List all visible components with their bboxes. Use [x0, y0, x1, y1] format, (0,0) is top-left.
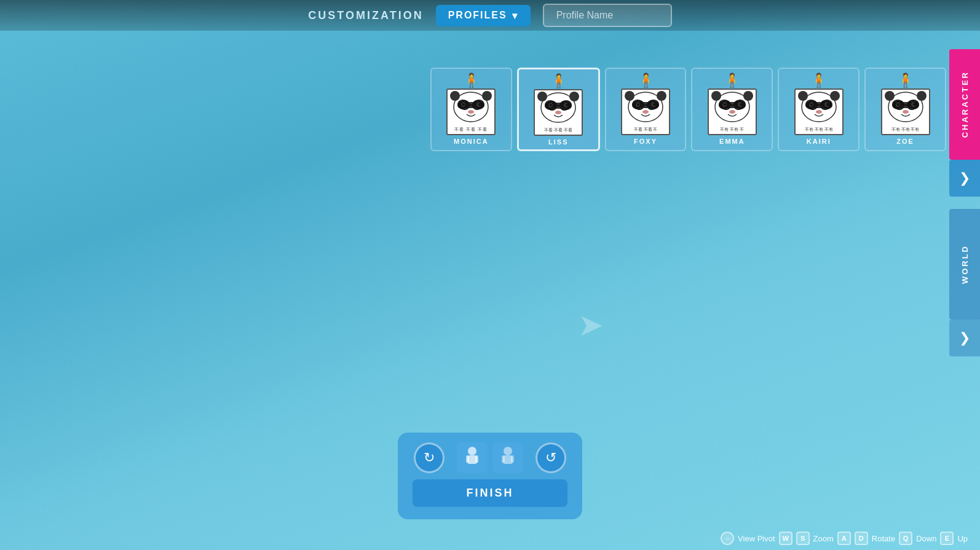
svg-point-13 — [468, 110, 474, 114]
hint-key-s: S — [796, 532, 810, 545]
svg-point-16 — [569, 92, 579, 101]
character-name-foxy: FOXY — [634, 138, 657, 145]
svg-point-41 — [642, 110, 649, 114]
customization-label: CUSTOMIZATION — [308, 9, 423, 22]
panda-text-emma: 不有 不有 不 — [720, 127, 744, 133]
svg-point-1 — [450, 91, 460, 101]
panda-text-foxy: 不看 不看 不 — [634, 127, 658, 133]
hint-label-rotate: Rotate — [872, 534, 895, 543]
body-back-icon[interactable] — [492, 442, 523, 473]
monica-figure: 🧍 — [435, 73, 507, 88]
character-grid: 🧍 — [430, 68, 946, 151]
character-card-kairi[interactable]: 🧍 不有 不有 不有 KAIRI — [778, 68, 859, 151]
zoe-figure: 🧍 — [869, 73, 941, 88]
tab-world[interactable]: WORLD — [949, 209, 980, 320]
svg-point-2 — [482, 91, 492, 101]
character-card-zoe[interactable]: 🧍 不有 不有 不有 ZOE — [864, 68, 946, 151]
hint-key-w: W — [779, 532, 792, 545]
tab-character[interactable]: CHARACTER — [949, 49, 980, 160]
panda-face-monica — [448, 91, 494, 127]
svg-point-69 — [816, 110, 822, 114]
svg-rect-87 — [475, 455, 478, 463]
hint-label-pivot: View Pivot — [738, 534, 775, 543]
panda-face-liss — [535, 92, 581, 127]
foxy-figure: 🧍 — [610, 73, 682, 88]
svg-point-29 — [625, 91, 634, 101]
hint-key-pivot: ○ — [721, 532, 734, 545]
panda-text-liss: 不看 不看 不看 — [544, 127, 572, 133]
character-card-foxy[interactable]: 🧍 不看 不看 不 FOXY — [605, 68, 687, 151]
svg-rect-86 — [466, 455, 469, 463]
character-card-monica[interactable]: 🧍 — [430, 68, 512, 151]
undo-button[interactable]: ↺ — [535, 442, 566, 473]
svg-point-84 — [468, 447, 476, 455]
center-cursor-arrow: ➤ — [578, 307, 604, 343]
svg-point-88 — [504, 447, 512, 455]
profiles-button[interactable]: PROFILES ▾ — [436, 5, 531, 26]
liss-figure: 🧍 — [523, 73, 595, 89]
svg-point-27 — [555, 111, 561, 114]
svg-point-55 — [729, 110, 735, 114]
panda-face-kairi — [796, 91, 842, 127]
character-name-zoe: ZOE — [896, 138, 914, 145]
body-front-icon[interactable] — [457, 442, 488, 473]
top-bar: CUSTOMIZATION PROFILES ▾ — [0, 0, 980, 31]
bottom-controls-panel: ↻ — [398, 433, 582, 519]
panda-face-zoe — [883, 91, 928, 127]
hint-bar: ○ View Pivot W S Zoom A D Rotate Q Down … — [708, 527, 980, 550]
svg-rect-90 — [502, 455, 505, 463]
panda-text-monica: 不看 不看 不看 — [454, 127, 488, 133]
hint-label-up: Up — [957, 534, 968, 543]
svg-point-83 — [903, 110, 909, 114]
kairi-figure: 🧍 — [783, 73, 855, 88]
view-icons — [457, 442, 523, 473]
hint-label-down: Down — [916, 534, 936, 543]
svg-rect-91 — [511, 455, 514, 463]
tab-world-chevron[interactable]: ❯ — [949, 320, 980, 356]
hint-key-a: A — [837, 532, 851, 545]
profile-name-input[interactable] — [543, 4, 672, 27]
emma-figure: 🧍 — [696, 73, 768, 88]
panda-face-foxy — [623, 91, 668, 127]
svg-point-72 — [917, 91, 927, 101]
hint-key-d: D — [855, 532, 868, 545]
panda-text-kairi: 不有 不有 不有 — [805, 127, 833, 133]
panda-face-emma — [709, 91, 755, 127]
svg-point-58 — [830, 91, 840, 101]
svg-point-71 — [885, 91, 895, 101]
hint-label-zoom: Zoom — [813, 534, 834, 543]
svg-point-15 — [537, 92, 547, 101]
svg-point-57 — [798, 91, 808, 101]
icon-row: ↻ — [414, 442, 566, 473]
character-name-emma: EMMA — [719, 138, 745, 145]
character-name-kairi: KAIRI — [807, 138, 831, 145]
hint-key-q: Q — [899, 532, 912, 545]
tab-character-chevron[interactable]: ❯ — [949, 160, 980, 197]
redo-button[interactable]: ↻ — [414, 442, 445, 473]
hint-key-e: E — [940, 532, 954, 545]
character-card-emma[interactable]: 🧍 不有 不有 不 EMMA — [691, 68, 773, 151]
finish-button[interactable]: FINISH — [413, 479, 567, 507]
svg-point-30 — [657, 91, 666, 101]
panda-text-zoe: 不有 不有 不有 — [891, 127, 920, 133]
svg-point-43 — [711, 91, 721, 101]
svg-point-44 — [743, 91, 753, 101]
character-name-liss: LISS — [548, 138, 568, 146]
character-name-monica: MONICA — [454, 138, 489, 145]
character-card-liss[interactable]: 🧍 不看 不看 不看 LISS — [517, 68, 600, 151]
